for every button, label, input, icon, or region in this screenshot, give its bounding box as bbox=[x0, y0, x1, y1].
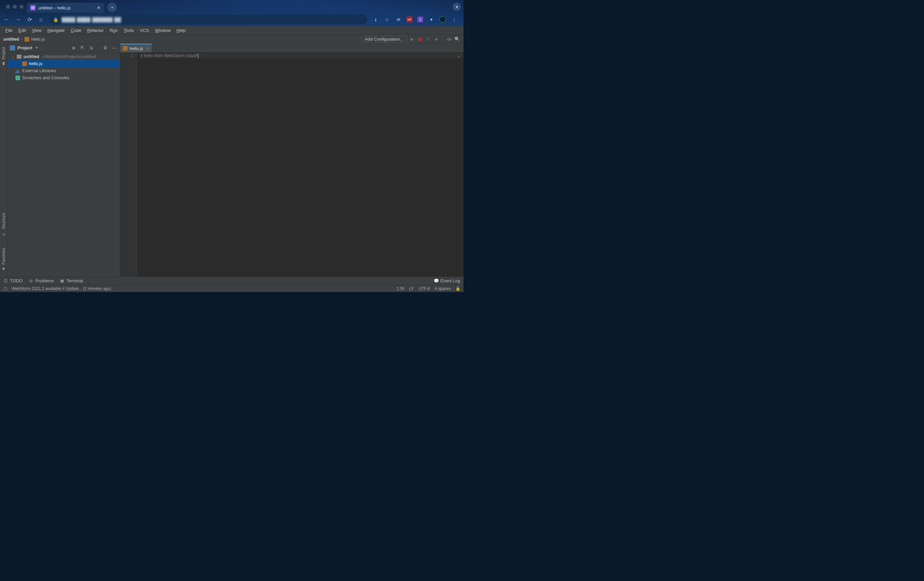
js-file-icon bbox=[22, 61, 27, 66]
menu-run[interactable]: Run bbox=[107, 27, 120, 33]
home-button[interactable]: ⌂ bbox=[38, 17, 44, 23]
readonly-lock-icon[interactable]: 🔓 bbox=[455, 286, 460, 291]
tree-external-libraries-label: External Libraries bbox=[22, 68, 56, 73]
editor-tab-hello-js[interactable]: hello.js × bbox=[120, 44, 152, 52]
project-root-name: untitled bbox=[23, 54, 39, 59]
search-everywhere-icon[interactable]: 🔍 bbox=[454, 36, 460, 41]
mail-icon[interactable]: ✉ bbox=[395, 16, 402, 23]
locate-icon[interactable]: ⊕ bbox=[71, 45, 76, 50]
browser-tab[interactable]: W untitled – hello.js ✕ bbox=[27, 3, 104, 13]
warning-icon: ⊘ bbox=[28, 278, 33, 283]
expand-arrow-icon[interactable]: ⌄ bbox=[11, 55, 15, 58]
stop-icon[interactable]: ■ bbox=[433, 36, 439, 41]
inspection-ok-icon[interactable]: ✓ bbox=[457, 54, 462, 59]
collapse-all-icon[interactable]: ⇲ bbox=[88, 45, 94, 50]
code-line-1: // hello from WebStorm cloud! bbox=[140, 53, 198, 58]
js-file-icon bbox=[123, 46, 127, 51]
ide-window: File Edit View Navigate Code Refactor Ru… bbox=[0, 26, 464, 292]
star-icon: ★ bbox=[1, 266, 6, 271]
project-view-label[interactable]: Project bbox=[17, 45, 32, 50]
code-editor[interactable]: 1 // hello from WebStorm cloud! ✓ bbox=[120, 52, 464, 277]
tool-window-favorites-label: Favorites bbox=[1, 248, 6, 264]
tree-project-root[interactable]: ⌄ untitled ~/WebstormProjects/untitled bbox=[7, 53, 120, 60]
menu-edit[interactable]: Edit bbox=[16, 27, 28, 33]
menu-tools[interactable]: Tools bbox=[121, 27, 137, 33]
tool-window-event-log[interactable]: 💬Event Log bbox=[434, 278, 460, 283]
chrome-account-icon[interactable]: ▾ bbox=[453, 3, 461, 11]
chrome-menu-icon[interactable]: ⋮ bbox=[451, 16, 457, 23]
extensions-puzzle-icon[interactable]: ✦ bbox=[428, 16, 435, 23]
hide-icon[interactable]: — bbox=[111, 45, 117, 50]
status-encoding[interactable]: UTF-8 bbox=[419, 286, 430, 291]
status-notification[interactable]: WebStorm 2021.2 available // Update... (… bbox=[12, 286, 111, 291]
gear-icon[interactable]: ⚙ bbox=[102, 45, 109, 50]
tree-file-name: hello.js bbox=[29, 61, 42, 66]
ublock-icon[interactable]: uO bbox=[406, 17, 412, 23]
menu-code[interactable]: Code bbox=[68, 27, 84, 33]
zoom-window-dot[interactable] bbox=[20, 5, 23, 9]
close-tab-icon[interactable]: ✕ bbox=[97, 5, 101, 10]
project-tool-window: Project ▼ ⊕ ⇱ ⇲ ⚙ — ⌄ untitled ~/Webstor bbox=[7, 44, 120, 277]
install-pwa-icon[interactable]: ⤓ bbox=[372, 16, 379, 23]
line-number-1: 1 bbox=[120, 53, 133, 58]
tree-external-libraries[interactable]: External Libraries bbox=[7, 67, 120, 74]
menu-file[interactable]: File bbox=[3, 27, 15, 33]
tool-window-problems[interactable]: ⊘Problems bbox=[28, 278, 54, 283]
terminal-label: Terminal bbox=[66, 278, 83, 283]
tree-file-hello-js[interactable]: hello.js bbox=[7, 60, 120, 67]
close-tab-icon[interactable]: × bbox=[146, 46, 149, 51]
tool-window-todo[interactable]: ☲TODO bbox=[3, 278, 23, 283]
address-bar[interactable]: 🔒 ████ ████ ██████ ██ bbox=[49, 15, 368, 25]
status-caret-position[interactable]: 1:30 bbox=[397, 286, 404, 291]
tool-window-terminal[interactable]: ▣Terminal bbox=[60, 278, 83, 283]
editor-area: hello.js × 1 // hello from WebStorm clou… bbox=[120, 44, 464, 277]
add-configuration-button[interactable]: Add Configuration... bbox=[361, 36, 407, 43]
tool-window-project-label: Project bbox=[1, 47, 6, 59]
folder-icon bbox=[17, 55, 21, 59]
back-button[interactable]: ← bbox=[3, 17, 10, 23]
profile-avatar-icon[interactable] bbox=[439, 16, 446, 23]
tool-window-favorites[interactable]: ★ Favorites bbox=[1, 246, 6, 273]
browser-tab-title: untitled – hello.js bbox=[38, 5, 71, 10]
debug-icon[interactable]: 🐞 bbox=[417, 36, 423, 41]
layout-settings-icon[interactable]: ▭ bbox=[446, 36, 452, 41]
project-view-icon bbox=[10, 46, 15, 50]
chevron-down-icon[interactable]: ▼ bbox=[35, 46, 38, 50]
close-window-dot[interactable] bbox=[6, 5, 10, 9]
status-indent[interactable]: 4 spaces bbox=[435, 286, 451, 291]
menu-help[interactable]: Help bbox=[174, 27, 188, 33]
structure-icon: ≡ bbox=[1, 231, 6, 236]
tree-scratches[interactable]: Scratches and Consoles bbox=[7, 74, 120, 81]
speech-bubble-icon: 💬 bbox=[434, 278, 438, 283]
line-number-gutter: 1 bbox=[120, 52, 137, 277]
menu-vcs[interactable]: VCS bbox=[137, 27, 152, 33]
extension-badge[interactable]: 3 bbox=[417, 17, 423, 23]
reload-button[interactable]: ⟳ bbox=[26, 17, 33, 23]
toggle-tool-windows-icon[interactable]: ▢ bbox=[3, 286, 7, 291]
tool-window-structure-label: Structure bbox=[1, 213, 6, 229]
terminal-icon: ▣ bbox=[60, 278, 64, 283]
menu-view[interactable]: View bbox=[29, 27, 44, 33]
status-line-separator[interactable]: LF bbox=[409, 286, 414, 291]
status-bar: ▢ WebStorm 2021.2 available // Update...… bbox=[0, 285, 464, 292]
scratches-icon bbox=[15, 76, 20, 80]
run-with-coverage-icon[interactable]: ↻ bbox=[425, 36, 431, 41]
expand-all-icon[interactable]: ⇱ bbox=[79, 45, 85, 50]
minimize-window-dot[interactable] bbox=[13, 5, 17, 9]
bookmark-star-icon[interactable]: ☆ bbox=[384, 16, 390, 23]
tool-window-project[interactable]: ▮ Project bbox=[1, 45, 6, 68]
breadcrumb-sep: › bbox=[21, 36, 23, 41]
new-tab-button[interactable]: ＋ bbox=[107, 3, 117, 12]
breadcrumb-project[interactable]: untitled bbox=[3, 36, 19, 41]
breadcrumb-file[interactable]: hello.js bbox=[31, 36, 45, 41]
tree-scratches-label: Scratches and Consoles bbox=[22, 75, 69, 80]
menu-refactor[interactable]: Refactor bbox=[84, 27, 106, 33]
js-file-icon bbox=[25, 37, 29, 41]
forward-button[interactable]: → bbox=[15, 17, 21, 23]
tool-window-structure[interactable]: ≡ Structure bbox=[1, 211, 6, 238]
run-icon[interactable]: ▶ bbox=[409, 36, 415, 41]
folder-icon: ▮ bbox=[1, 61, 6, 66]
lock-icon: 🔒 bbox=[53, 17, 58, 22]
menu-window[interactable]: Window bbox=[152, 27, 173, 33]
menu-navigate[interactable]: Navigate bbox=[45, 27, 67, 33]
